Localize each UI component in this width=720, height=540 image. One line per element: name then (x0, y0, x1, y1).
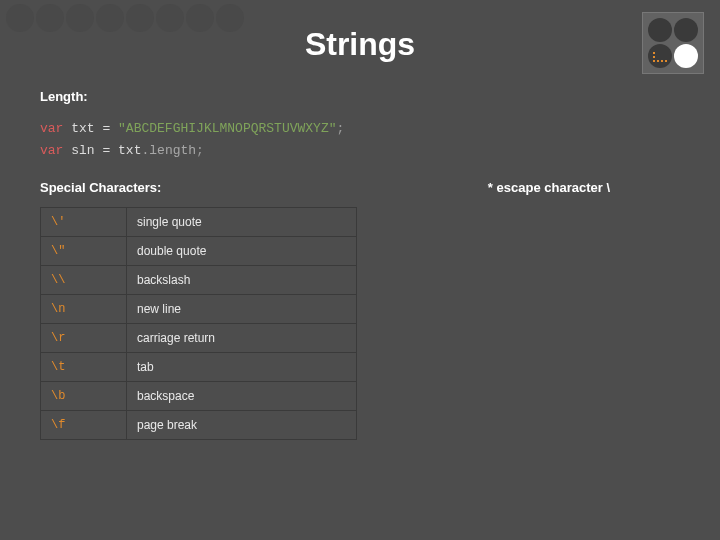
logo-icon (642, 12, 704, 74)
dot (216, 4, 244, 32)
identifier: sln (71, 143, 94, 158)
escape-description: backspace (127, 382, 357, 411)
escape-table: \'single quote\"double quote\\backslash\… (40, 207, 357, 440)
logo-circle (674, 18, 698, 42)
table-row: \rcarriage return (41, 324, 357, 353)
length-label: Length: (40, 89, 680, 104)
keyword-var: var (40, 143, 63, 158)
logo-circle (648, 44, 672, 68)
escape-sequence: \r (41, 324, 127, 353)
escape-description: double quote (127, 237, 357, 266)
escape-sequence: \' (41, 208, 127, 237)
escape-sequence: \f (41, 411, 127, 440)
dot (6, 4, 34, 32)
escape-description: backslash (127, 266, 357, 295)
escape-description: single quote (127, 208, 357, 237)
table-row: \\backslash (41, 266, 357, 295)
content-area: Length: var txt = "ABCDEFGHIJKLMNOPQRSTU… (0, 63, 720, 440)
special-chars-header-row: Special Characters: * escape character \ (40, 180, 680, 195)
dot (66, 4, 94, 32)
decorative-dots (0, 0, 250, 36)
keyword-var: var (40, 121, 63, 136)
identifier: txt (118, 143, 141, 158)
dot (96, 4, 124, 32)
identifier: txt (71, 121, 94, 136)
escape-description: tab (127, 353, 357, 382)
table-row: \nnew line (41, 295, 357, 324)
escape-sequence: \n (41, 295, 127, 324)
table-row: \fpage break (41, 411, 357, 440)
dot (156, 4, 184, 32)
semicolon: ; (337, 121, 345, 136)
logo-circle (674, 44, 698, 68)
escape-sequence: \b (41, 382, 127, 411)
member: length (149, 143, 196, 158)
special-chars-label: Special Characters: (40, 180, 161, 195)
escape-sequence: \\ (41, 266, 127, 295)
string-literal: "ABCDEFGHIJKLMNOPQRSTUVWXYZ" (118, 121, 336, 136)
code-block: var txt = "ABCDEFGHIJKLMNOPQRSTUVWXYZ"; … (40, 118, 680, 162)
table-row: \ttab (41, 353, 357, 382)
table-row: \bbackspace (41, 382, 357, 411)
dot (186, 4, 214, 32)
semicolon: ; (196, 143, 204, 158)
escape-sequence: \" (41, 237, 127, 266)
logo-circle (648, 18, 672, 42)
escape-description: new line (127, 295, 357, 324)
dot (126, 4, 154, 32)
escape-description: carriage return (127, 324, 357, 353)
table-row: \'single quote (41, 208, 357, 237)
escape-sequence: \t (41, 353, 127, 382)
table-row: \"double quote (41, 237, 357, 266)
escape-note: * escape character \ (488, 180, 610, 195)
dot (36, 4, 64, 32)
escape-description: page break (127, 411, 357, 440)
